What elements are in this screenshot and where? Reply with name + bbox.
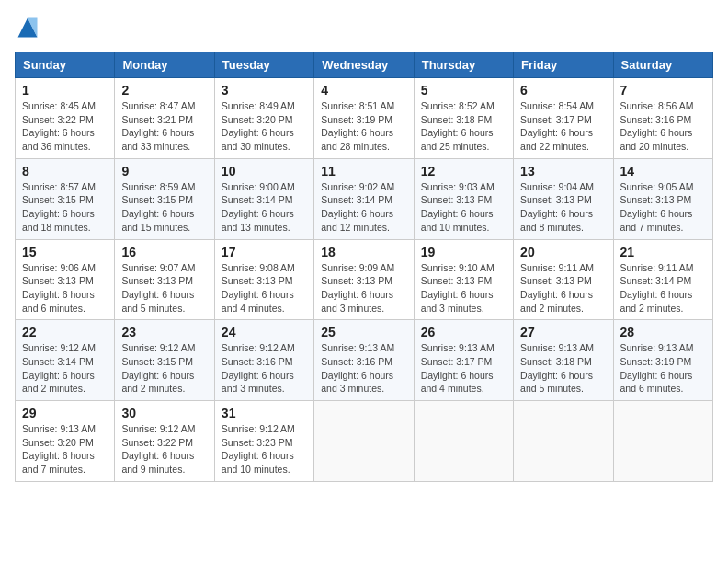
calendar-cell: 31Sunrise: 9:12 AMSunset: 3:23 PMDayligh…	[214, 401, 313, 482]
day-number: 11	[321, 164, 406, 178]
day-info: Sunrise: 9:05 AMSunset: 3:13 PMDaylight:…	[620, 180, 706, 235]
day-number: 19	[421, 245, 506, 259]
calendar-cell: 29Sunrise: 9:13 AMSunset: 3:20 PMDayligh…	[16, 401, 115, 482]
day-info: Sunrise: 9:00 AMSunset: 3:14 PMDaylight:…	[222, 180, 307, 235]
day-number: 12	[421, 164, 506, 178]
calendar-table: SundayMondayTuesdayWednesdayThursdayFrid…	[15, 52, 713, 482]
calendar-cell: 7Sunrise: 8:56 AMSunset: 3:16 PMDaylight…	[613, 78, 712, 159]
logo	[15, 15, 44, 40]
day-info: Sunrise: 9:06 AMSunset: 3:13 PMDaylight:…	[22, 261, 108, 316]
day-number: 26	[421, 325, 506, 339]
day-info: Sunrise: 9:10 AMSunset: 3:13 PMDaylight:…	[421, 261, 506, 316]
day-number: 9	[121, 164, 207, 178]
logo-icon	[15, 15, 40, 40]
day-number: 3	[222, 83, 307, 98]
col-header-tuesday: Tuesday	[214, 52, 313, 78]
day-number: 16	[121, 245, 207, 259]
calendar-cell: 25Sunrise: 9:13 AMSunset: 3:16 PMDayligh…	[314, 320, 414, 401]
calendar-cell: 9Sunrise: 8:59 AMSunset: 3:15 PMDaylight…	[115, 158, 214, 239]
day-info: Sunrise: 9:11 AMSunset: 3:14 PMDaylight:…	[620, 261, 706, 316]
day-info: Sunrise: 9:03 AMSunset: 3:13 PMDaylight:…	[421, 180, 506, 235]
col-header-wednesday: Wednesday	[314, 52, 414, 78]
day-number: 2	[121, 83, 207, 98]
day-info: Sunrise: 9:13 AMSunset: 3:19 PMDaylight:…	[620, 341, 706, 396]
day-number: 23	[121, 325, 207, 339]
calendar-cell: 18Sunrise: 9:09 AMSunset: 3:13 PMDayligh…	[314, 239, 414, 320]
day-info: Sunrise: 9:07 AMSunset: 3:13 PMDaylight:…	[121, 261, 207, 316]
calendar-cell: 30Sunrise: 9:12 AMSunset: 3:22 PMDayligh…	[115, 401, 214, 482]
day-number: 22	[22, 325, 108, 339]
calendar-week-2: 8Sunrise: 8:57 AMSunset: 3:15 PMDaylight…	[16, 158, 713, 239]
calendar-week-5: 29Sunrise: 9:13 AMSunset: 3:20 PMDayligh…	[16, 401, 713, 482]
day-number: 31	[222, 406, 307, 420]
calendar-cell: 27Sunrise: 9:13 AMSunset: 3:18 PMDayligh…	[514, 320, 613, 401]
day-info: Sunrise: 9:12 AMSunset: 3:15 PMDaylight:…	[121, 341, 207, 396]
day-number: 5	[421, 83, 506, 98]
calendar-cell: 14Sunrise: 9:05 AMSunset: 3:13 PMDayligh…	[613, 158, 712, 239]
day-info: Sunrise: 8:59 AMSunset: 3:15 PMDaylight:…	[121, 180, 207, 235]
calendar-cell: 20Sunrise: 9:11 AMSunset: 3:13 PMDayligh…	[514, 239, 613, 320]
day-info: Sunrise: 9:09 AMSunset: 3:13 PMDaylight:…	[321, 261, 406, 316]
calendar-cell: 16Sunrise: 9:07 AMSunset: 3:13 PMDayligh…	[115, 239, 214, 320]
calendar-cell	[414, 401, 513, 482]
col-header-friday: Friday	[514, 52, 613, 78]
calendar-cell: 5Sunrise: 8:52 AMSunset: 3:18 PMDaylight…	[414, 78, 513, 159]
day-info: Sunrise: 9:13 AMSunset: 3:18 PMDaylight:…	[520, 341, 606, 396]
day-number: 28	[620, 325, 706, 339]
col-header-saturday: Saturday	[613, 52, 712, 78]
calendar-cell: 13Sunrise: 9:04 AMSunset: 3:13 PMDayligh…	[514, 158, 613, 239]
day-number: 8	[22, 164, 108, 178]
col-header-monday: Monday	[115, 52, 214, 78]
day-info: Sunrise: 9:13 AMSunset: 3:16 PMDaylight:…	[321, 341, 406, 396]
calendar-cell: 24Sunrise: 9:12 AMSunset: 3:16 PMDayligh…	[214, 320, 313, 401]
day-info: Sunrise: 8:51 AMSunset: 3:19 PMDaylight:…	[321, 99, 406, 154]
day-number: 4	[321, 83, 406, 98]
calendar-cell: 17Sunrise: 9:08 AMSunset: 3:13 PMDayligh…	[214, 239, 313, 320]
day-number: 17	[222, 245, 307, 259]
calendar-cell: 26Sunrise: 9:13 AMSunset: 3:17 PMDayligh…	[414, 320, 513, 401]
calendar-cell: 11Sunrise: 9:02 AMSunset: 3:14 PMDayligh…	[314, 158, 414, 239]
day-number: 6	[520, 83, 606, 98]
day-info: Sunrise: 9:11 AMSunset: 3:13 PMDaylight:…	[520, 261, 606, 316]
day-info: Sunrise: 8:56 AMSunset: 3:16 PMDaylight:…	[620, 99, 706, 154]
calendar-cell: 6Sunrise: 8:54 AMSunset: 3:17 PMDaylight…	[514, 78, 613, 159]
calendar-week-1: 1Sunrise: 8:45 AMSunset: 3:22 PMDaylight…	[16, 78, 713, 159]
calendar-cell	[514, 401, 613, 482]
day-info: Sunrise: 9:12 AMSunset: 3:22 PMDaylight:…	[121, 422, 207, 477]
day-number: 27	[520, 325, 606, 339]
day-number: 14	[620, 164, 706, 178]
day-number: 21	[620, 245, 706, 259]
day-info: Sunrise: 8:45 AMSunset: 3:22 PMDaylight:…	[22, 99, 108, 154]
calendar-cell: 4Sunrise: 8:51 AMSunset: 3:19 PMDaylight…	[314, 78, 414, 159]
calendar-cell: 10Sunrise: 9:00 AMSunset: 3:14 PMDayligh…	[214, 158, 313, 239]
calendar-week-3: 15Sunrise: 9:06 AMSunset: 3:13 PMDayligh…	[16, 239, 713, 320]
calendar-cell: 23Sunrise: 9:12 AMSunset: 3:15 PMDayligh…	[115, 320, 214, 401]
day-number: 18	[321, 245, 406, 259]
col-header-sunday: Sunday	[16, 52, 115, 78]
day-number: 7	[620, 83, 706, 98]
day-info: Sunrise: 8:54 AMSunset: 3:17 PMDaylight:…	[520, 99, 606, 154]
day-info: Sunrise: 8:49 AMSunset: 3:20 PMDaylight:…	[222, 99, 307, 154]
calendar-cell: 8Sunrise: 8:57 AMSunset: 3:15 PMDaylight…	[16, 158, 115, 239]
calendar-cell: 12Sunrise: 9:03 AMSunset: 3:13 PMDayligh…	[414, 158, 513, 239]
day-info: Sunrise: 9:04 AMSunset: 3:13 PMDaylight:…	[520, 180, 606, 235]
day-info: Sunrise: 9:12 AMSunset: 3:23 PMDaylight:…	[222, 422, 307, 477]
day-number: 20	[520, 245, 606, 259]
calendar-header-row: SundayMondayTuesdayWednesdayThursdayFrid…	[16, 52, 713, 78]
calendar-cell: 1Sunrise: 8:45 AMSunset: 3:22 PMDaylight…	[16, 78, 115, 159]
day-number: 30	[121, 406, 207, 420]
calendar-cell: 3Sunrise: 8:49 AMSunset: 3:20 PMDaylight…	[214, 78, 313, 159]
calendar-cell: 2Sunrise: 8:47 AMSunset: 3:21 PMDaylight…	[115, 78, 214, 159]
calendar-cell	[613, 401, 712, 482]
page-header	[15, 15, 713, 40]
calendar-cell: 15Sunrise: 9:06 AMSunset: 3:13 PMDayligh…	[16, 239, 115, 320]
col-header-thursday: Thursday	[414, 52, 513, 78]
day-info: Sunrise: 8:57 AMSunset: 3:15 PMDaylight:…	[22, 180, 108, 235]
day-number: 13	[520, 164, 606, 178]
day-number: 29	[22, 406, 108, 420]
day-number: 15	[22, 245, 108, 259]
day-number: 1	[22, 83, 108, 98]
day-info: Sunrise: 8:47 AMSunset: 3:21 PMDaylight:…	[121, 99, 207, 154]
day-number: 10	[222, 164, 307, 178]
day-info: Sunrise: 9:02 AMSunset: 3:14 PMDaylight:…	[321, 180, 406, 235]
